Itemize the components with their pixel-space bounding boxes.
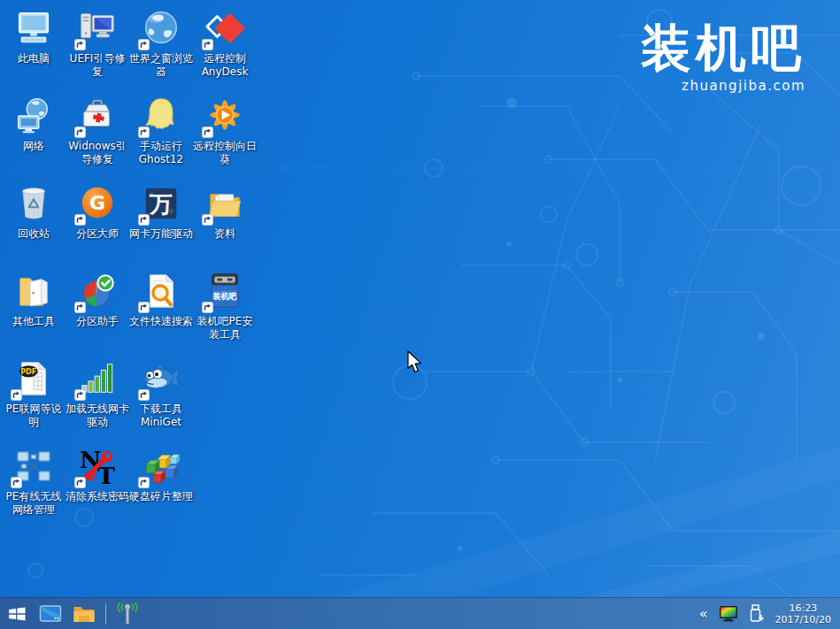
desktop-icon-other-tools[interactable]: 其他工具 bbox=[2, 268, 66, 356]
shortcut-arrow-icon bbox=[202, 127, 213, 138]
mouse-cursor bbox=[407, 350, 424, 374]
brand-logo: 装机吧 zhuangjiba.com bbox=[641, 21, 805, 94]
desktop-icon-miniget-downloader[interactable]: 下载工具MiniGet bbox=[129, 356, 193, 443]
shortcut-arrow-icon bbox=[74, 39, 86, 50]
taskbar: « 16:23 2017/10/20 bbox=[0, 597, 840, 629]
shortcut-arrow-icon bbox=[138, 39, 150, 50]
svg-text:装机吧: 装机吧 bbox=[212, 292, 237, 301]
desktop-icon-nic-universal-driver[interactable]: 万 网卡万能驱动 bbox=[129, 180, 193, 268]
this-pc-icon bbox=[13, 8, 54, 49]
desktop-icon-label: Widnows引导修复 bbox=[66, 140, 129, 166]
brand-logo-domain: zhuangjiba.com bbox=[641, 78, 805, 94]
recycle-bin-icon bbox=[13, 183, 54, 224]
desktop-icon-label: 世界之窗浏览器 bbox=[129, 52, 193, 79]
display-settings-icon[interactable] bbox=[719, 605, 738, 622]
desktop-icon-label: 网络 bbox=[23, 140, 44, 153]
desktop-icon-label: 装机吧PE安装工具 bbox=[193, 315, 257, 341]
windows-logo-icon bbox=[6, 603, 27, 625]
shortcut-arrow-icon bbox=[11, 477, 22, 488]
desktop-icon-label: 分区大师 bbox=[76, 227, 119, 241]
taskbar-separator bbox=[105, 603, 106, 625]
desktop-icon-label: 远程控制AnyDesk bbox=[193, 52, 257, 79]
shortcut-arrow-icon bbox=[74, 127, 86, 138]
svg-text:G: G bbox=[89, 192, 105, 214]
other-tools-icon bbox=[13, 271, 54, 311]
desktop-icon-network[interactable]: 网络 bbox=[2, 93, 66, 180]
shortcut-arrow-icon bbox=[74, 477, 86, 488]
desktop-display-icon bbox=[39, 604, 62, 624]
desktop-icon-zhuangjiba-pe-tool[interactable]: 装机吧 装机吧PE安装工具 bbox=[193, 268, 257, 356]
clock-date: 2017/10/20 bbox=[775, 614, 831, 625]
desktop-icon-label: 硬盘碎片整理 bbox=[129, 490, 193, 503]
shortcut-arrow-icon bbox=[138, 214, 150, 226]
desktop-icon-label: 清除系统密码 bbox=[66, 490, 129, 503]
desktop-icon-file-quick-search[interactable]: 文件快速搜索 bbox=[129, 268, 193, 356]
desktop-icon-label: 资料 bbox=[214, 227, 235, 241]
desktop-icon-label: 下载工具MiniGet bbox=[129, 403, 193, 429]
shortcut-arrow-icon bbox=[202, 302, 213, 313]
desktop-icon-partition-master[interactable]: G 分区大师 bbox=[66, 180, 129, 268]
shortcut-arrow-icon bbox=[138, 302, 150, 313]
desktop-icon-anydesk-remote[interactable]: 远程控制AnyDesk bbox=[193, 5, 257, 93]
desktop-icon-label: 分区助手 bbox=[76, 315, 119, 328]
svg-text:PDF: PDF bbox=[20, 367, 36, 376]
start-button[interactable] bbox=[0, 598, 34, 629]
shortcut-arrow-icon bbox=[202, 214, 213, 226]
desktop-icon-label: 此电脑 bbox=[18, 52, 50, 65]
desktop-icon-label: 手动运行Ghost12 bbox=[129, 140, 193, 166]
desktop-icon-uefi-boot-repair[interactable]: UEFI引导修复 bbox=[66, 5, 129, 93]
shortcut-arrow-icon bbox=[138, 477, 150, 488]
antenna-signal-icon bbox=[114, 602, 141, 625]
desktop-icon-disk-defrag[interactable]: 硬盘碎片整理 bbox=[129, 443, 193, 531]
system-tray: « 16:23 2017/10/20 bbox=[699, 602, 840, 625]
desktop-icon-label: PE联网等说明 bbox=[2, 403, 66, 429]
desktop-icon-this-pc[interactable]: 此电脑 bbox=[2, 5, 66, 93]
file-explorer-button[interactable] bbox=[67, 598, 101, 629]
desktop-icon-pe-network-readme[interactable]: PDF PE联网等说明 bbox=[2, 356, 66, 443]
desktop-icon-pe-network-manager[interactable]: PE有线无线网络管理 bbox=[2, 443, 66, 531]
desktop-icon-wireless-nic-driver[interactable]: 加载无线网卡驱动 bbox=[66, 356, 129, 443]
desktop-icon-world-window-browser[interactable]: 世界之窗浏览器 bbox=[129, 5, 193, 93]
folder-icon bbox=[73, 604, 96, 624]
desktop-icon-grid: 此电脑 UEFI引导修复 bbox=[2, 5, 257, 531]
shortcut-arrow-icon bbox=[11, 389, 22, 401]
shortcut-arrow-icon bbox=[74, 214, 86, 226]
desktop-icon-label: PE有线无线网络管理 bbox=[2, 490, 66, 517]
shortcut-arrow-icon bbox=[138, 389, 150, 401]
desktop-icon-sunflower-remote[interactable]: 远程控制向日葵 bbox=[193, 93, 257, 180]
wireless-network-tool-button[interactable] bbox=[111, 598, 144, 629]
desktop-icon-label: 网卡万能驱动 bbox=[129, 227, 193, 241]
taskbar-clock[interactable]: 16:23 2017/10/20 bbox=[775, 602, 831, 625]
desktop-icon-label: 回收站 bbox=[18, 227, 50, 241]
svg-text:万: 万 bbox=[149, 191, 173, 218]
usb-eject-icon[interactable] bbox=[749, 604, 765, 624]
shortcut-arrow-icon bbox=[74, 389, 86, 401]
desktop-icon-label: 加载无线网卡驱动 bbox=[66, 403, 129, 429]
desktop-icon-label: 远程控制向日葵 bbox=[193, 140, 257, 166]
desktop-icon-label: 其他工具 bbox=[12, 315, 55, 328]
desktop-icon-clear-system-password[interactable]: N T 清除系统密码 bbox=[66, 443, 129, 531]
shortcut-arrow-icon bbox=[138, 127, 150, 138]
desktop-icon-label: 文件快速搜索 bbox=[129, 315, 193, 328]
shortcut-arrow-icon bbox=[74, 302, 86, 313]
desktop-icon-windows-boot-repair[interactable]: Widnows引导修复 bbox=[66, 93, 129, 180]
show-desktop-button[interactable] bbox=[34, 598, 67, 629]
clock-time: 16:23 bbox=[775, 602, 831, 614]
brand-logo-text: 装机吧 bbox=[641, 21, 805, 76]
desktop-icon-recycle-bin[interactable]: 回收站 bbox=[2, 180, 66, 268]
desktop-icon-data-folder[interactable]: 资料 bbox=[193, 180, 257, 268]
desktop-icon-partition-assistant[interactable]: 分区助手 bbox=[66, 268, 129, 356]
desktop-icon-ghost12[interactable]: 手动运行Ghost12 bbox=[129, 93, 193, 180]
network-icon bbox=[13, 96, 54, 136]
desktop-icon-label: UEFI引导修复 bbox=[66, 52, 129, 79]
shortcut-arrow-icon bbox=[202, 39, 213, 50]
tray-overflow-chevron[interactable]: « bbox=[699, 607, 708, 621]
